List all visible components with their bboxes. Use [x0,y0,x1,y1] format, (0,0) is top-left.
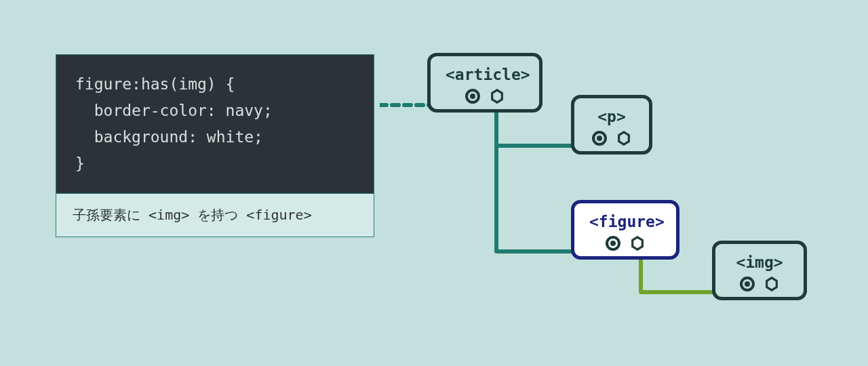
port-out-icon [630,236,645,251]
node-article: <article> [427,53,542,113]
dom-tree-diagram: <article> <p> <figure> <img> [380,41,841,339]
caption-tag-img: <img> [149,207,189,223]
svg-marker-3 [767,278,777,290]
node-article-label: <article> [446,66,524,83]
node-p: <p> [571,95,652,155]
port-out-icon [490,89,505,104]
code-line-4: } [75,155,85,172]
code-line-1: figure:has(img) { [75,75,235,93]
svg-marker-1 [619,132,629,144]
caption-mid: を持つ [189,207,246,223]
port-in-icon [592,131,607,146]
code-panel: figure:has(img) { border-color: navy; ba… [56,54,374,237]
node-img-ports [730,277,789,291]
node-figure-label: <figure> [589,213,661,230]
node-article-ports [446,89,524,104]
code-line-3: background: white; [75,128,263,146]
node-p-ports [589,131,634,146]
svg-marker-0 [492,90,502,102]
node-p-label: <p> [589,108,634,125]
port-in-icon [465,89,480,104]
caption-prefix: 子孫要素に [73,207,149,223]
port-in-icon [740,277,755,291]
port-out-icon [616,131,631,146]
node-figure-ports [589,236,661,251]
code-caption: 子孫要素に <img> を持つ <figure> [56,193,374,237]
node-img-label: <img> [730,253,789,271]
code-block: figure:has(img) { border-color: navy; ba… [56,55,374,193]
node-img: <img> [712,241,807,300]
caption-tag-figure: <figure> [246,207,311,223]
node-figure: <figure> [571,200,679,260]
port-out-icon [764,277,779,291]
svg-marker-2 [633,237,643,249]
code-line-2: border-color: navy; [75,102,273,119]
port-in-icon [606,236,620,251]
